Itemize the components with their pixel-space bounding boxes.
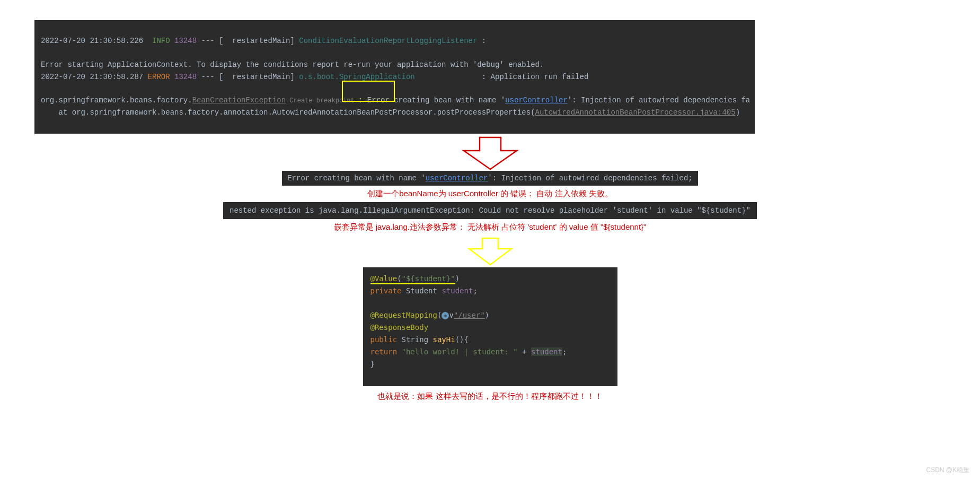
log-level-error: ERROR <box>148 73 170 81</box>
code-blank-line <box>370 297 609 309</box>
code-editor-snippet: @Value("${student}") private Student stu… <box>363 267 617 387</box>
translation-text-1: 创建一个beanName为 userController 的 错误： 自动 注入… <box>0 189 980 199</box>
translation-text-2: 嵌套异常是 java.lang.违法参数异常： 无法解析 占位符 'studen… <box>0 222 980 232</box>
code-line: @ResponseBody <box>370 321 609 334</box>
annotation-value: @Value <box>370 274 398 283</box>
log-timestamp: 2022-07-20 21:30:58.287 <box>41 73 143 81</box>
log-level-info: INFO <box>152 37 170 45</box>
bean-name-link[interactable]: userController <box>505 96 568 104</box>
log-timestamp: 2022-07-20 21:30:58.226 <box>41 37 143 45</box>
annotation-requestmapping: @RequestMapping <box>370 311 437 319</box>
watermark-text: CSDN @K稳重 <box>926 466 969 475</box>
log-logger: ConditionEvaluationReportLoggingListener <box>299 37 477 45</box>
code-line: @RequestMapping(⊕∨"/user") <box>370 309 609 321</box>
code-line: private Student student; <box>370 285 609 297</box>
console-log-panel: 2022-07-20 21:30:58.226 INFO 13248 --- [… <box>34 20 755 134</box>
log-msg: : Application run failed <box>482 73 589 81</box>
exception-prefix: org.springframework.beans.factory. <box>41 96 192 104</box>
exception-class-link[interactable]: BeanCreationException <box>192 96 286 104</box>
code-line: public String sayHi(){ <box>370 334 609 346</box>
yellow-down-arrow-icon <box>464 236 517 267</box>
globe-icon[interactable]: ⊕ <box>442 312 449 319</box>
code-line: } <box>370 358 609 370</box>
code-line: @Value("${student}") <box>370 273 609 285</box>
bean-name-link[interactable]: userController <box>426 174 488 182</box>
log-msg: : <box>477 37 490 45</box>
translation-text-3: 也就是说：如果 这样去写的话，是不行的！程序都跑不过！！！ <box>0 391 980 402</box>
log-pid: 13248 <box>174 73 197 81</box>
error-snippet-2: nested exception is java.lang.IllegalArg… <box>223 202 757 219</box>
log-logger: o.s.boot.SpringApplication <box>299 73 414 81</box>
error-snippet-1: Error creating bean with name 'userContr… <box>282 171 698 186</box>
annotation-responsebody: @ResponseBody <box>370 323 429 332</box>
code-line: return "hello world! | student: " + stud… <box>370 346 609 358</box>
log-pid: 13248 <box>174 37 197 45</box>
highlight-rectangle <box>342 81 395 102</box>
log-sep: --- [ restartedMain] <box>197 73 299 81</box>
log-message: Error starting ApplicationContext. To di… <box>41 60 544 69</box>
stack-trace-line: at org.springframework.beans.factory.ann… <box>41 108 535 117</box>
log-sep: --- [ restartedMain] <box>197 37 299 45</box>
red-down-arrow-icon <box>458 135 522 172</box>
source-file-link[interactable]: AutowiredAnnotationBeanPostProcessor.jav… <box>535 108 736 117</box>
